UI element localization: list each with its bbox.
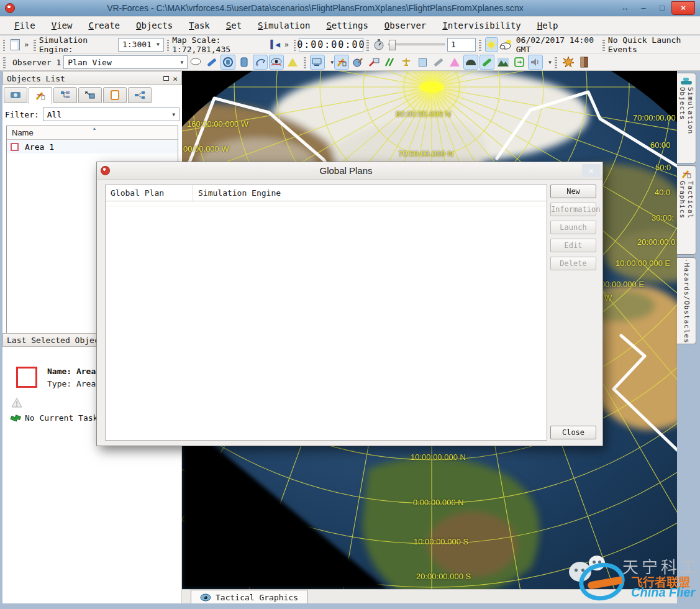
toolbar-grip[interactable] <box>3 39 5 51</box>
window-title: VR-Forces - C:\MAK\vrforces4.5\userData\… <box>15 3 616 13</box>
draw-line-icon[interactable] <box>204 55 219 70</box>
time-multiplier-slider[interactable] <box>388 44 445 45</box>
column-global-plan[interactable]: Global Plan <box>106 188 193 198</box>
globe-edit-icon[interactable] <box>350 55 365 70</box>
empty-row-divider <box>106 201 547 206</box>
list-item-area1[interactable]: Area 1 <box>7 140 178 153</box>
geo-label: 30:00: <box>652 213 674 222</box>
loop-icon[interactable] <box>512 55 527 70</box>
watermark-en-text: China Flier <box>631 585 695 600</box>
tactical-graphics-icon <box>681 168 692 178</box>
tab-plans[interactable] <box>103 87 127 103</box>
close-dialog-button[interactable]: Close <box>550 426 596 439</box>
detonation-icon[interactable] <box>561 55 576 70</box>
sim-time-display: 0:00:00:00 <box>299 38 363 52</box>
tab-tactical-graphics[interactable] <box>29 87 52 104</box>
chevron-down-icon[interactable]: ▼ <box>330 60 334 65</box>
global-plans-dialog: Global Plans × Global Plan Simulation En… <box>96 162 603 446</box>
menu-intervisibility[interactable]: Intervisibility <box>434 21 529 30</box>
flight-plan-icon[interactable] <box>366 55 381 70</box>
filter-label: Filter: <box>5 110 39 119</box>
chevron-down-icon[interactable]: ▼ <box>548 60 552 65</box>
toolbar-grip[interactable] <box>479 39 481 51</box>
phone-icon[interactable] <box>237 55 252 70</box>
cloud-weather-icon[interactable] <box>499 37 513 52</box>
marker-icon[interactable] <box>431 55 446 70</box>
terrain-icon[interactable] <box>496 55 511 70</box>
exit-door-icon[interactable] <box>577 55 592 70</box>
skip-to-start-icon[interactable]: ▌◀ <box>269 37 282 52</box>
edit-button[interactable]: Edit <box>550 239 596 252</box>
menu-file[interactable]: File <box>6 21 43 30</box>
cone-icon[interactable] <box>285 55 300 70</box>
container-icon[interactable] <box>415 55 430 70</box>
information-button[interactable]: Information <box>550 203 596 216</box>
laser-pen-icon[interactable] <box>480 55 494 70</box>
tactical-graphics-icon[interactable] <box>334 55 349 70</box>
tab-tactical-graphics-side[interactable]: Tactical Graphics <box>677 165 696 255</box>
menu-objects[interactable]: Objects <box>128 21 181 30</box>
column-label: Name <box>12 128 34 137</box>
dialog-title-bar[interactable]: Global Plans × <box>97 162 602 180</box>
close-panel-icon[interactable]: × <box>173 75 178 83</box>
toolbar-grip[interactable] <box>34 39 35 51</box>
menu-task[interactable]: Task <box>181 21 218 30</box>
audio-icon[interactable] <box>528 55 543 70</box>
objects-list-header[interactable]: Objects List × <box>2 71 182 85</box>
aircraft-icon[interactable] <box>399 55 414 70</box>
filter-dropdown[interactable]: All ▼ <box>43 108 180 121</box>
new-button[interactable]: New <box>550 185 596 198</box>
maximize-button[interactable]: □ <box>653 2 671 14</box>
sim-engine-dropdown[interactable]: 1:3001 ▼ <box>118 38 164 52</box>
dialog-close-button[interactable]: × <box>582 164 601 177</box>
toolbar-grip[interactable] <box>555 56 557 68</box>
delete-button[interactable]: Delete <box>550 257 596 270</box>
menu-help[interactable]: Help <box>529 21 566 30</box>
volcano-icon[interactable] <box>447 55 462 70</box>
radar-icon[interactable] <box>253 55 268 70</box>
float-panel-icon[interactable] <box>163 76 169 81</box>
toolbar-grip[interactable] <box>602 39 604 51</box>
time-multiplier-input[interactable]: 1 <box>447 38 476 52</box>
name-column-header[interactable]: Name ▲ <box>7 126 178 140</box>
binoculars-icon[interactable] <box>220 55 235 70</box>
weather-overlay-icon[interactable] <box>188 55 203 70</box>
minimize-button[interactable]: – <box>634 2 653 14</box>
menu-view[interactable]: View <box>43 21 81 30</box>
tab-send-to[interactable] <box>78 87 102 103</box>
bunker-icon[interactable] <box>463 55 478 70</box>
tab-network[interactable] <box>128 87 152 103</box>
tab-entities[interactable] <box>4 87 27 103</box>
toolbar-grip[interactable] <box>304 56 306 68</box>
tab-tactical-graphics-bottom[interactable]: Tactical Graphics <box>191 590 307 604</box>
tab-simulation-objects[interactable]: Simulation Objects <box>677 73 696 163</box>
menu-create[interactable]: Create <box>80 21 128 30</box>
menu-settings[interactable]: Settings <box>318 21 376 30</box>
tab-hazards-obstacles[interactable]: Hazards/Obstacles <box>677 257 696 344</box>
slider-knob[interactable] <box>389 40 396 50</box>
toolbar-grip[interactable] <box>366 39 368 51</box>
menu-observer[interactable]: Observer <box>376 21 434 30</box>
global-plans-table[interactable]: Global Plan Simulation Engine <box>105 185 547 441</box>
intervisibility-eye-icon[interactable] <box>269 55 284 70</box>
new-scenario-icon[interactable] <box>9 37 22 52</box>
detach-arrows-icon[interactable]: ↔ <box>616 2 634 14</box>
toolbar-grip[interactable] <box>3 56 6 68</box>
toolbar-grip[interactable] <box>294 39 296 51</box>
view-dropdown[interactable]: Plan View ▼ <box>63 55 188 69</box>
stopwatch-icon[interactable] <box>373 37 386 52</box>
sort-arrow-icon: ▲ <box>93 126 97 130</box>
sun-weather-icon[interactable] <box>485 37 498 52</box>
overflow-chevron-icon[interactable]: » <box>284 40 289 49</box>
launch-button[interactable]: Launch <box>550 221 596 234</box>
menu-simulation[interactable]: Simulation <box>250 21 318 30</box>
routes-icon[interactable] <box>383 55 398 70</box>
overflow-chevron-icon[interactable]: » <box>24 40 29 49</box>
toolbar-grip[interactable] <box>167 39 169 51</box>
menu-set[interactable]: Set <box>218 21 250 30</box>
close-button[interactable]: × <box>671 1 695 15</box>
title-bar[interactable]: VR-Forces - C:\MAK\vrforces4.5\userData\… <box>0 0 700 16</box>
monitor-icon[interactable] <box>310 55 325 70</box>
tab-hierarchy[interactable] <box>53 87 77 103</box>
column-simulation-engine[interactable]: Simulation Engine <box>193 185 281 201</box>
